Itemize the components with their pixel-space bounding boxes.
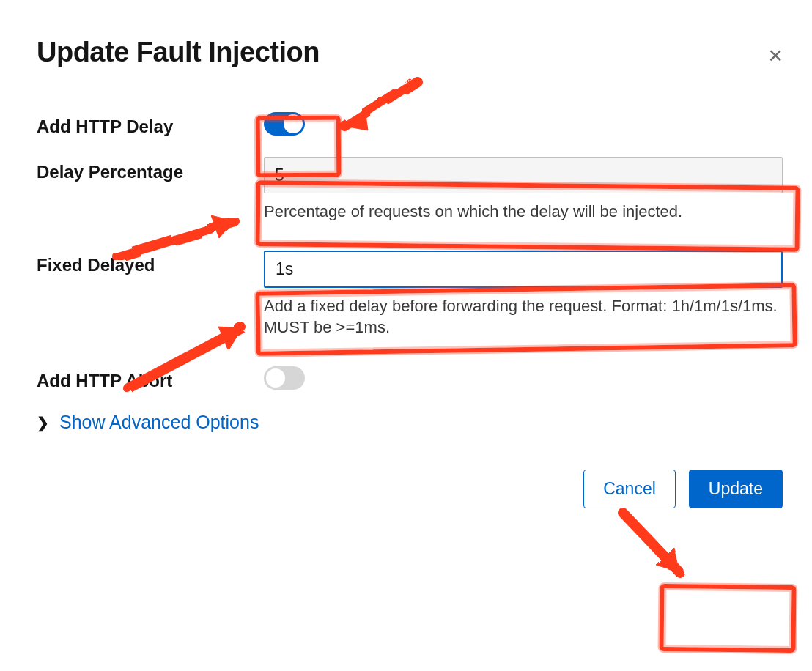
annotation-rect (660, 584, 797, 653)
chevron-right-icon: ❯ (37, 414, 49, 431)
input-delay-percentage[interactable] (264, 157, 783, 193)
row-http-delay: Add HTTP Delay (37, 112, 783, 137)
label-delay-percentage: Delay Percentage (37, 157, 264, 182)
modal-title: Update Fault Injection (37, 37, 783, 68)
label-http-delay: Add HTTP Delay (37, 112, 264, 137)
close-icon[interactable]: × (768, 42, 783, 67)
label-http-abort: Add HTTP Abort (37, 366, 264, 391)
help-fixed-delay: Add a fixed delay before forwarding the … (264, 295, 783, 338)
input-fixed-delay[interactable] (264, 251, 783, 288)
label-fixed-delay: Fixed Delayed (37, 251, 264, 275)
toggle-http-delay[interactable] (264, 112, 305, 136)
advanced-options-link[interactable]: Show Advanced Options (59, 412, 259, 433)
toggle-knob (284, 114, 303, 133)
modal-footer: Cancel Update (37, 470, 783, 508)
svg-marker-3 (657, 548, 680, 573)
row-delay-percentage: Delay Percentage Percentage of requests … (37, 157, 783, 223)
row-fixed-delay: Fixed Delayed Add a fixed delay before f… (37, 251, 783, 338)
help-delay-percentage: Percentage of requests on which the dela… (264, 201, 783, 223)
cancel-button[interactable]: Cancel (583, 470, 676, 508)
toggle-http-abort[interactable] (264, 366, 305, 390)
toggle-knob (266, 368, 285, 388)
advanced-options-row[interactable]: ❯ Show Advanced Options (37, 412, 783, 433)
update-button[interactable]: Update (689, 470, 783, 508)
row-http-abort: Add HTTP Abort (37, 366, 783, 391)
modal-update-fault-injection: × Update Fault Injection Add HTTP Delay … (0, 0, 812, 530)
